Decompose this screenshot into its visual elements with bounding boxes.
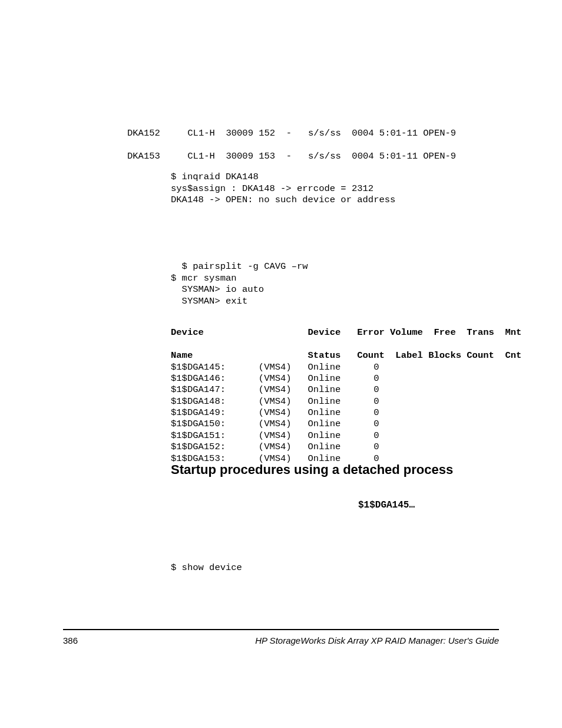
code-block-inqraid: $ inqraid DKA148 sys$assign : DKA148 -> … — [171, 160, 395, 206]
code-line: SYSMAN> io auto — [171, 284, 264, 295]
footer-title: HP StorageWorks Disk Array XP RAID Manag… — [255, 635, 499, 645]
code-line: DKA152 CL1-H 30009 152 - s/s/ss 0004 5:0… — [127, 128, 456, 139]
table-header-row: Name Status Count Label Blocks Count Cnt — [171, 350, 521, 361]
code-line: $ inqraid DKA148 — [171, 172, 259, 182]
table-header-row: Device Device Error Volume Free Trans Mn… — [171, 327, 521, 338]
table-row: $1$DGA149: (VMS4) Online 0 — [171, 407, 379, 418]
code-block-devices-top: DKA152 CL1-H 30009 152 - s/s/ss 0004 5:0… — [127, 117, 456, 163]
table-row: $1$DGA146: (VMS4) Online 0 — [171, 373, 379, 384]
device-table: Device Device Error Volume Free Trans Mn… — [171, 316, 521, 465]
table-row: $1$DGA152: (VMS4) Online 0 — [171, 442, 379, 452]
code-block-show-device: $ show device — [171, 562, 242, 574]
table-row: $1$DGA150: (VMS4) Online 0 — [171, 419, 379, 429]
code-line: $ pairsplit -g CAVG –rw — [171, 261, 308, 272]
code-line: sys$assign : DKA148 -> errcode = 2312 — [171, 183, 373, 194]
code-block-pairsplit: $ pairsplit -g CAVG –rw $ mcr sysman SYS… — [171, 250, 308, 307]
footer-separator — [63, 629, 499, 630]
section-heading: Startup procedures using a detached proc… — [171, 462, 453, 477]
table-row: $1$DGA147: (VMS4) Online 0 — [171, 384, 379, 395]
page-number: 386 — [63, 635, 78, 645]
code-line: DKA148 -> OPEN: no such device or addres… — [171, 195, 395, 205]
page-content: DKA152 CL1-H 30009 152 - s/s/ss 0004 5:0… — [0, 0, 562, 728]
table-row: $1$DGA148: (VMS4) Online 0 — [171, 396, 379, 407]
bold-device-label: $1$DGA145… — [358, 500, 415, 510]
code-line: $ mcr sysman — [171, 273, 237, 284]
table-row: $1$DGA151: (VMS4) Online 0 — [171, 430, 379, 441]
table-row: $1$DGA145: (VMS4) Online 0 — [171, 362, 379, 373]
code-line: SYSMAN> exit — [171, 296, 247, 307]
